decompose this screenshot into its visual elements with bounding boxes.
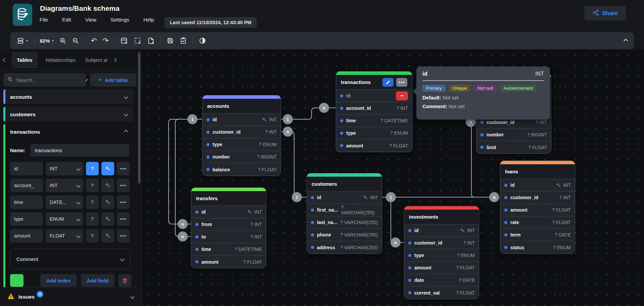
table-row[interactable]: customer_id? INT bbox=[404, 237, 479, 249]
field-more-button[interactable]: ●●● bbox=[117, 212, 130, 226]
table-row[interactable]: customer_id? INT bbox=[500, 191, 575, 204]
field-primary-key-toggle[interactable] bbox=[101, 212, 114, 226]
table-row[interactable]: current_val? FLOAT bbox=[404, 287, 479, 299]
field-type-select[interactable]: INT bbox=[46, 179, 83, 192]
add-index-button[interactable]: Add index bbox=[40, 274, 77, 287]
zoom-in-button[interactable] bbox=[59, 37, 66, 44]
field-more-button[interactable]: ●●● bbox=[117, 229, 130, 243]
table-title[interactable]: transfers bbox=[191, 191, 266, 206]
table-row[interactable]: address? VARCHAR(255) bbox=[307, 241, 382, 254]
table-row[interactable]: account_id? INT bbox=[336, 102, 412, 115]
table-row[interactable]: id− bbox=[336, 90, 412, 102]
add-table-button[interactable]: + Add table bbox=[90, 73, 136, 87]
search-input[interactable] bbox=[16, 77, 83, 83]
table-row[interactable]: last_na...? VARCHAR(255) bbox=[307, 216, 382, 229]
table-row[interactable]: amount? FLOAT bbox=[500, 204, 575, 216]
todo-button[interactable] bbox=[180, 37, 187, 44]
field-type-select[interactable]: ENUM bbox=[46, 212, 83, 226]
field-nullable-toggle[interactable]: ? bbox=[86, 179, 99, 192]
canvas-table-transfers[interactable]: transfers idINT from? INT to? INT time? … bbox=[191, 187, 266, 268]
table-name-input[interactable] bbox=[30, 144, 129, 157]
undo-button[interactable]: ↶ bbox=[91, 37, 97, 44]
table-row[interactable]: from? INT bbox=[191, 218, 266, 231]
field-name-input[interactable]: time bbox=[10, 195, 43, 209]
zoom-level-dropdown[interactable]: 82% ▾ bbox=[40, 38, 54, 44]
table-row[interactable]: term? DATE bbox=[500, 229, 575, 241]
field-primary-key-toggle[interactable] bbox=[101, 195, 114, 209]
add-table-tool-button[interactable] bbox=[120, 37, 128, 45]
field-more-button[interactable]: ●●● bbox=[117, 162, 130, 175]
zoom-out-button[interactable] bbox=[72, 37, 79, 44]
table-title[interactable]: investments bbox=[404, 210, 479, 224]
comment-section[interactable]: Comment bbox=[10, 249, 130, 269]
table-row[interactable]: type? ENUM bbox=[336, 127, 412, 139]
sidebar-item-customers[interactable]: customers bbox=[3, 107, 134, 122]
menu-help[interactable]: Help bbox=[143, 17, 154, 23]
sidebar-item-transactions[interactable]: transactions bbox=[3, 124, 134, 139]
field-more-button[interactable]: ●●● bbox=[117, 179, 130, 192]
issues-panel-toggle[interactable]: Issues 0 bbox=[0, 287, 141, 306]
table-row[interactable]: to? INT bbox=[191, 231, 266, 243]
table-title[interactable]: loans bbox=[500, 164, 575, 179]
sidebar-item-accounts[interactable]: accounts bbox=[3, 89, 134, 104]
field-type-select[interactable]: FLOAT bbox=[46, 229, 83, 243]
table-title[interactable]: transactions ●●● bbox=[336, 75, 412, 90]
theme-toggle-button[interactable] bbox=[199, 37, 206, 44]
delete-field-button[interactable]: − bbox=[396, 91, 408, 100]
canvas-table-transactions[interactable]: transactions ●●● id− account_id? INT tim… bbox=[336, 71, 412, 152]
table-title[interactable]: accounts bbox=[202, 99, 281, 114]
table-row[interactable]: time? DATETIME bbox=[336, 115, 412, 127]
redo-button[interactable]: ↷ bbox=[103, 37, 109, 44]
tabs-scroll-left-icon[interactable] bbox=[3, 58, 7, 62]
add-field-button[interactable]: Add field bbox=[81, 274, 114, 287]
table-row[interactable]: type? ENUM bbox=[202, 138, 281, 151]
table-title[interactable]: customers bbox=[307, 177, 382, 191]
table-row[interactable]: amount? FLOAT bbox=[404, 262, 479, 274]
tabs-scroll-right-icon[interactable] bbox=[112, 58, 117, 62]
canvas-table-customers[interactable]: customers idINT first_na...? VARCHAR(255… bbox=[307, 173, 382, 254]
layout-menu-button[interactable]: ▾ bbox=[17, 37, 28, 44]
table-row[interactable]: first_na...? VARCHAR(255) bbox=[307, 204, 382, 216]
table-row[interactable]: status? ENUM bbox=[500, 241, 575, 254]
table-row[interactable]: rate? FLOAT bbox=[500, 216, 575, 229]
share-button[interactable]: Share bbox=[584, 6, 626, 20]
table-row[interactable]: amount? FLOAT bbox=[191, 256, 266, 268]
save-button[interactable] bbox=[167, 37, 174, 44]
field-name-input[interactable]: amount bbox=[10, 229, 43, 243]
menu-edit[interactable]: Edit bbox=[62, 17, 71, 23]
table-row[interactable]: number? BIGINT bbox=[202, 151, 281, 163]
field-nullable-toggle[interactable]: ? bbox=[86, 229, 99, 243]
tab-relationships[interactable]: Relationships bbox=[41, 52, 80, 68]
table-more-button[interactable]: ●●● bbox=[396, 78, 407, 87]
table-color-swatch[interactable] bbox=[10, 274, 24, 287]
menu-settings[interactable]: Settings bbox=[110, 17, 129, 23]
tab-subject-areas[interactable]: Subject ar bbox=[80, 52, 112, 68]
table-row[interactable]: amount? FLOAT bbox=[336, 139, 412, 152]
table-row[interactable]: idINT bbox=[404, 224, 479, 237]
add-area-button[interactable] bbox=[134, 37, 141, 45]
app-logo[interactable] bbox=[13, 4, 32, 26]
toolbar-collapse-button[interactable] bbox=[624, 39, 627, 42]
menu-view[interactable]: View bbox=[85, 17, 96, 23]
canvas-table-investments[interactable]: investments idINT customer_id? INT type?… bbox=[404, 206, 479, 299]
canvas-table-loans[interactable]: loans idINT customer_id? INT amount? FLO… bbox=[500, 161, 575, 254]
field-primary-key-toggle[interactable] bbox=[101, 229, 114, 243]
table-row[interactable]: limit? FLOAT bbox=[476, 141, 551, 154]
table-row[interactable]: idINT bbox=[500, 179, 575, 191]
table-row[interactable]: phone? VARCHAR(255) bbox=[307, 229, 382, 241]
tab-tables[interactable]: Tables bbox=[12, 52, 37, 68]
field-type-select[interactable]: DATE... bbox=[46, 195, 83, 209]
field-name-input[interactable]: type bbox=[10, 212, 43, 226]
field-nullable-toggle[interactable]: ? bbox=[86, 195, 99, 209]
field-nullable-toggle[interactable]: ? bbox=[86, 212, 99, 226]
field-nullable-toggle[interactable]: ? bbox=[86, 162, 99, 175]
canvas-table-accounts[interactable]: accounts idINT customer_id? INT type? EN… bbox=[202, 95, 281, 176]
edit-table-button[interactable] bbox=[382, 78, 394, 87]
table-search-select[interactable] bbox=[3, 73, 86, 87]
field-more-button[interactable]: ●●● bbox=[117, 195, 130, 209]
delete-table-button[interactable] bbox=[119, 274, 131, 287]
field-primary-key-toggle[interactable] bbox=[101, 179, 114, 192]
table-row[interactable]: date? DATE bbox=[404, 274, 479, 287]
table-row[interactable]: idINT bbox=[307, 191, 382, 204]
table-row[interactable]: type? ENUM bbox=[404, 249, 479, 262]
